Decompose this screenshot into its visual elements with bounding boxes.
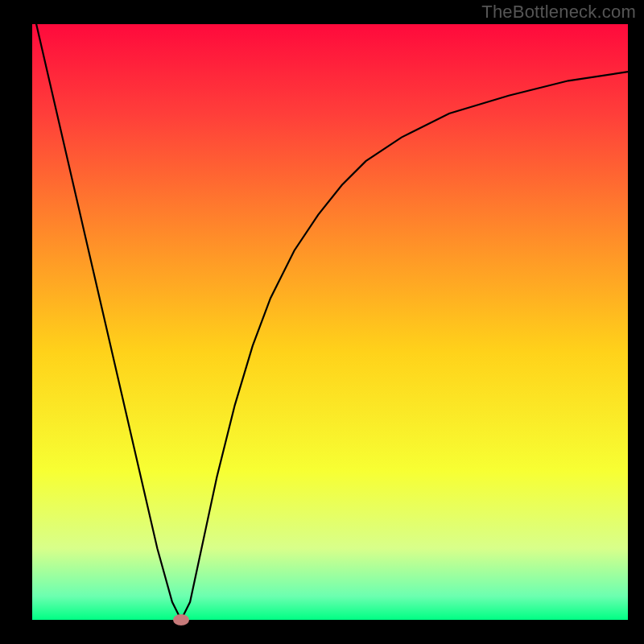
chart-frame: TheBottleneck.com [0,0,644,644]
bottleneck-chart [0,0,644,644]
plot-background [32,24,628,620]
minimum-marker [173,614,189,625]
